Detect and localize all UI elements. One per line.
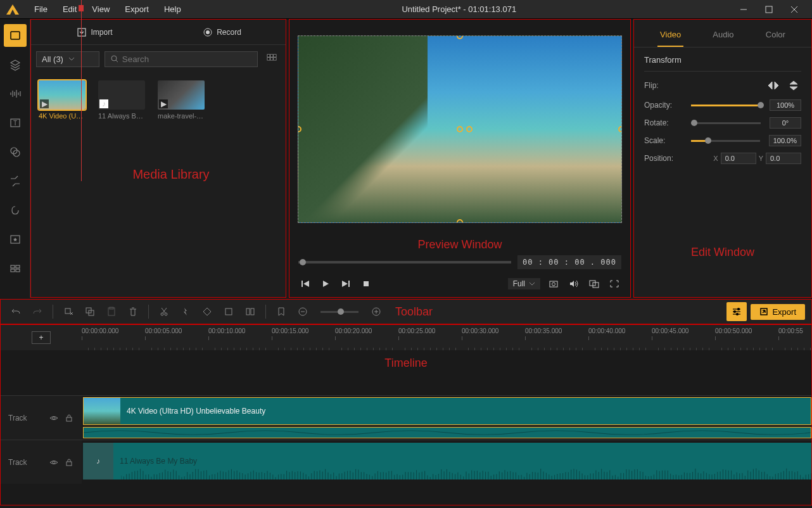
svg-marker-33	[323, 281, 329, 287]
marker-button[interactable]	[272, 303, 290, 321]
opacity-value[interactable]: 100%	[770, 99, 801, 111]
fullscreen-button[interactable]	[607, 277, 621, 291]
timeline: + 00:00:00.00000:00:05.00000:00:10.00000…	[0, 324, 812, 505]
split-screen-button[interactable]	[241, 303, 259, 321]
clip-audio[interactable]: ♪ 11 Always Be My Baby	[83, 443, 811, 479]
delete-button[interactable]	[124, 303, 142, 321]
svg-rect-30	[274, 58, 276, 60]
maximize-button[interactable]	[756, 0, 782, 19]
zoom-in-button[interactable]	[367, 303, 385, 321]
svg-marker-44	[790, 81, 797, 84]
annotation-media-library: Media Library	[107, 167, 209, 258]
track-lock-icon[interactable]	[64, 457, 74, 467]
position-x[interactable]: 0.0	[721, 153, 756, 164]
speed-button[interactable]	[177, 303, 194, 321]
label-position: Position:	[644, 154, 682, 163]
undo-button[interactable]	[7, 303, 25, 321]
track-visibility-icon[interactable]	[49, 457, 59, 467]
rotate-slider[interactable]	[691, 122, 761, 124]
svg-line-24	[116, 60, 118, 62]
window-title: Untitled Project* - 01:01:13.071	[187, 4, 731, 14]
redo-button[interactable]	[29, 303, 46, 321]
app-logo-icon	[5, 3, 20, 16]
sidebar-more-icon[interactable]	[4, 257, 27, 280]
seek-slider[interactable]	[298, 261, 511, 264]
snapshot-button[interactable]	[547, 277, 561, 291]
track-lock-icon[interactable]	[64, 413, 74, 423]
grid-view-button[interactable]	[263, 50, 281, 68]
tab-audio[interactable]: Audio	[710, 26, 736, 47]
tab-video[interactable]: Video	[657, 26, 683, 47]
prev-frame-button[interactable]	[298, 277, 312, 291]
position-y[interactable]: 0.0	[766, 153, 801, 164]
menu-export[interactable]: Export	[118, 2, 155, 16]
next-frame-button[interactable]	[339, 277, 353, 291]
add-marker-button[interactable]	[60, 303, 77, 321]
keyframe-button[interactable]	[198, 303, 216, 321]
cut-button[interactable]	[155, 303, 173, 321]
svg-rect-16	[11, 265, 15, 268]
media-item[interactable]: ▶ 4K Video (U…	[39, 80, 89, 120]
svg-marker-45	[790, 87, 797, 90]
svg-point-69	[734, 311, 736, 313]
stop-button[interactable]	[359, 277, 373, 291]
close-button[interactable]	[782, 0, 807, 19]
svg-marker-39	[570, 281, 574, 287]
sidebar-filters-icon[interactable]	[4, 141, 27, 163]
zoom-out-button[interactable]	[294, 303, 312, 321]
media-item[interactable]: ♪ 11 Always B…	[98, 80, 149, 120]
annotation-edit-window: Edit Window	[634, 246, 811, 297]
minimize-button[interactable]	[731, 0, 756, 19]
tab-color[interactable]: Color	[763, 26, 788, 47]
paste-button[interactable]	[103, 303, 120, 321]
track-audio[interactable]: ♪ 11 Always Be My Baby	[82, 440, 811, 484]
menu-file[interactable]: File	[28, 2, 54, 16]
zoom-slider[interactable]	[320, 311, 358, 313]
svg-rect-35	[348, 281, 350, 287]
settings-button[interactable]	[726, 302, 747, 321]
label-flip: Flip:	[644, 81, 682, 90]
add-track-button[interactable]: +	[32, 331, 50, 344]
quality-dropdown[interactable]: Full	[508, 278, 540, 289]
media-filter-dropdown[interactable]: All (3)	[36, 51, 99, 67]
rotate-value[interactable]: 0°	[770, 117, 801, 129]
volume-button[interactable]	[567, 277, 581, 291]
svg-rect-29	[270, 58, 273, 60]
label-opacity: Opacity:	[644, 101, 682, 110]
svg-point-22	[206, 30, 210, 34]
compare-button[interactable]	[587, 277, 601, 291]
flip-horizontal-button[interactable]	[766, 78, 781, 93]
crop-button[interactable]	[220, 303, 238, 321]
menu-view[interactable]: View	[86, 2, 116, 16]
preview-canvas[interactable]	[289, 20, 630, 238]
flip-vertical-button[interactable]	[786, 78, 801, 93]
svg-point-72	[53, 417, 55, 419]
clip-video[interactable]: 4K Video (Ultra HD) Unbelievable Beauty	[83, 397, 811, 425]
media-item[interactable]: ▶ make-travel-…	[158, 80, 208, 120]
play-button[interactable]	[319, 277, 333, 291]
svg-rect-26	[270, 54, 273, 57]
record-button[interactable]: Record	[158, 20, 286, 44]
sidebar-text-icon[interactable]: T	[4, 111, 27, 134]
menu-bar: File Edit View Export Help	[28, 2, 187, 16]
annotation-timeline: Timeline	[1, 350, 811, 376]
time-ruler[interactable]: 00:00:00.00000:00:05.00000:00:10.00000:0…	[82, 325, 811, 350]
scale-slider[interactable]	[691, 140, 760, 142]
scale-value[interactable]: 100.0%	[769, 135, 801, 146]
track-visibility-icon[interactable]	[49, 413, 59, 423]
sidebar-audio-icon[interactable]	[4, 82, 27, 105]
copy-button[interactable]	[81, 303, 99, 321]
sidebar-layers-icon[interactable]	[4, 53, 27, 76]
track-video[interactable]: 4K Video (Ultra HD) Unbelievable Beauty	[82, 396, 811, 440]
sidebar-templates-icon[interactable]	[4, 228, 27, 251]
sidebar-transitions-icon[interactable]	[4, 170, 27, 193]
search-input[interactable]	[105, 51, 258, 67]
opacity-slider[interactable]	[691, 105, 761, 106]
sidebar-elements-icon[interactable]	[4, 199, 27, 222]
import-button[interactable]: Import	[31, 20, 158, 44]
export-button[interactable]: Export	[751, 304, 805, 320]
svg-rect-58	[246, 308, 250, 315]
sidebar: T	[0, 19, 30, 298]
sidebar-media-icon[interactable]	[4, 24, 27, 47]
menu-help[interactable]: Help	[158, 2, 187, 16]
